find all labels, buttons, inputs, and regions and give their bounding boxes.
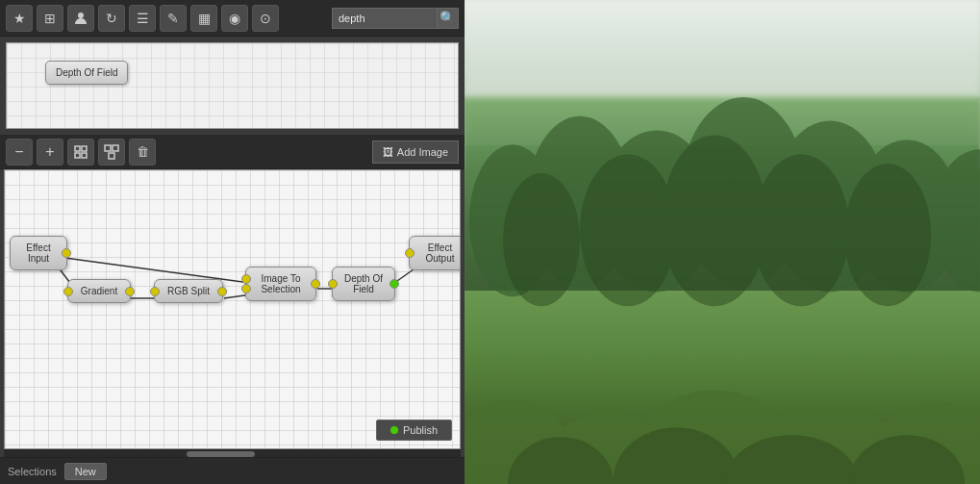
person-button[interactable] xyxy=(67,5,94,32)
port-effect-input-out[interactable] xyxy=(62,248,71,258)
bottom-bar: Selections New xyxy=(0,457,465,484)
svg-point-21 xyxy=(503,172,580,305)
port-img-sel-in2[interactable] xyxy=(241,284,251,293)
node-effect-output[interactable]: EffectOutput xyxy=(409,236,461,270)
lines-button[interactable]: ☰ xyxy=(129,5,156,32)
svg-rect-1 xyxy=(75,146,80,151)
node-gradient[interactable]: Gradient xyxy=(67,279,131,303)
palette-node-depth-of-field[interactable]: Depth Of Field xyxy=(45,61,128,85)
search-box: 🔍 xyxy=(332,8,459,29)
left-panel: ★ ⊞ ↻ ☰ ✎ ▦ ◉ ⊙ 🔍 Depth Of Field − + xyxy=(0,0,465,484)
refresh-button[interactable]: ↻ xyxy=(98,5,125,32)
connections-svg xyxy=(5,170,460,448)
foreground-svg xyxy=(465,315,980,484)
node-effect-input[interactable]: EffectInput xyxy=(10,236,67,270)
port-gradient-in[interactable] xyxy=(63,287,73,296)
new-button[interactable]: New xyxy=(64,463,107,480)
star-button[interactable]: ★ xyxy=(6,5,33,32)
node-image-to-selection[interactable]: Image ToSelection xyxy=(245,267,316,301)
svg-point-25 xyxy=(844,164,931,306)
horizontal-scrollbar[interactable] xyxy=(4,449,461,457)
port-dof-in[interactable] xyxy=(328,279,338,289)
right-panel-image xyxy=(465,0,980,484)
arrange-button[interactable] xyxy=(98,139,125,166)
graph-toolbar: − + 🗑 🖼 Add Image xyxy=(0,135,465,169)
port-effect-out-in[interactable] xyxy=(405,248,415,258)
svg-rect-4 xyxy=(82,153,87,158)
add-image-icon: 🖼 xyxy=(383,146,393,158)
node-rgb-split[interactable]: RGB Split xyxy=(154,279,223,303)
search-input[interactable] xyxy=(332,8,438,29)
svg-rect-7 xyxy=(109,153,114,159)
port-gradient-out[interactable] xyxy=(125,287,135,296)
palette-area: Depth Of Field xyxy=(6,42,459,129)
svg-rect-5 xyxy=(105,145,111,151)
svg-point-22 xyxy=(580,154,676,306)
zoom-out-button[interactable]: − xyxy=(6,139,33,166)
checker-button[interactable]: ▦ xyxy=(190,5,217,32)
svg-rect-2 xyxy=(82,146,87,151)
scroll-thumb[interactable] xyxy=(187,451,255,457)
port-rgb-out[interactable] xyxy=(217,287,227,296)
node-depth-of-field[interactable]: Depth OfField xyxy=(332,267,395,301)
svg-point-0 xyxy=(78,13,84,18)
search-button[interactable]: 🔍 xyxy=(438,8,459,29)
node-graph-canvas[interactable]: EffectInput Gradient RGB Split Image ToS… xyxy=(4,169,461,449)
delete-button[interactable]: 🗑 xyxy=(129,139,156,166)
fit-view-button[interactable] xyxy=(67,139,94,166)
add-image-button[interactable]: 🖼 Add Image xyxy=(372,140,459,164)
grid-button[interactable]: ⊞ xyxy=(37,5,63,32)
svg-point-23 xyxy=(662,135,767,306)
main-toolbar: ★ ⊞ ↻ ☰ ✎ ▦ ◉ ⊙ 🔍 xyxy=(0,0,465,37)
trees-svg xyxy=(465,88,980,354)
port-img-sel-in1[interactable] xyxy=(241,274,251,284)
zoom-in-button[interactable]: + xyxy=(37,139,63,166)
publish-button[interactable]: Publish xyxy=(376,420,452,441)
clock-button[interactable]: ⊙ xyxy=(252,5,279,32)
svg-point-24 xyxy=(753,154,849,306)
nature-image xyxy=(465,0,980,484)
port-dof-out[interactable] xyxy=(389,279,399,289)
selections-label: Selections xyxy=(8,466,57,477)
publish-status-dot xyxy=(390,426,398,434)
port-rgb-in[interactable] xyxy=(150,287,160,296)
svg-rect-3 xyxy=(75,153,80,158)
port-img-sel-out[interactable] xyxy=(311,279,320,289)
svg-rect-6 xyxy=(113,145,118,151)
palette-button[interactable]: ◉ xyxy=(221,5,248,32)
pen-button[interactable]: ✎ xyxy=(160,5,187,32)
